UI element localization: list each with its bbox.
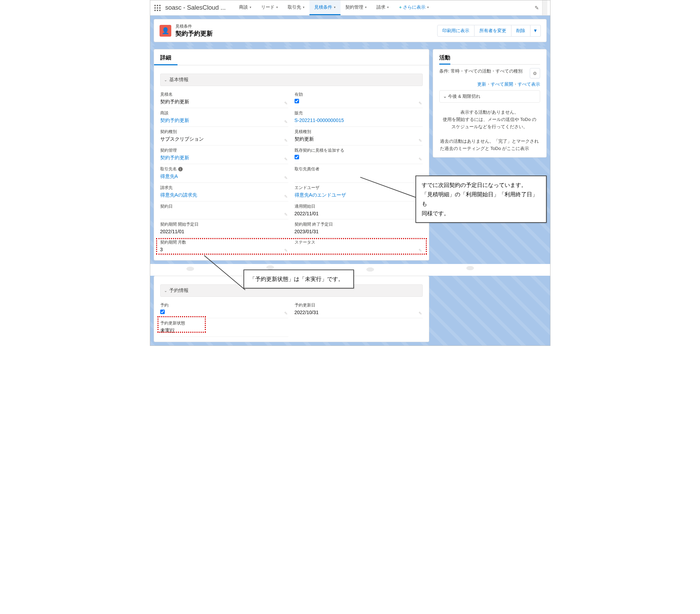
nav-more[interactable]: ✦さらに表示▾ bbox=[394, 0, 434, 15]
field-period-start: 契約期間 開始予定日 2022/11/01 bbox=[160, 219, 288, 237]
change-owner-button[interactable]: 所有者を変更 bbox=[474, 25, 511, 37]
chevron-down-icon: ⌄ bbox=[443, 94, 447, 99]
field-account: 取引先名i 得意先A ✎ bbox=[160, 164, 288, 183]
info-icon[interactable]: i bbox=[178, 167, 183, 171]
account-link[interactable]: 得意先A bbox=[160, 173, 288, 180]
edit-icon[interactable]: ✎ bbox=[419, 311, 422, 316]
edit-icon[interactable]: ✎ bbox=[419, 101, 422, 106]
edit-icon[interactable]: ✎ bbox=[284, 101, 288, 106]
expand-all-link[interactable]: すべて展開 bbox=[491, 82, 513, 87]
contract-mgmt-link[interactable]: 契約予約更新 bbox=[160, 155, 288, 161]
annotation-dates: すでに次回契約の予定日になっています。 「見積明細」の「利用開始日」「利用終了日… bbox=[415, 176, 547, 223]
annotation-reserve-state: 「予約更新状態」は「未実行」です。 bbox=[243, 270, 354, 289]
edit-icon[interactable]: ✎ bbox=[284, 194, 288, 199]
edit-icon[interactable]: ✎ bbox=[284, 212, 288, 217]
edit-icon[interactable]: ✎ bbox=[284, 157, 288, 162]
field-end-user: エンドユーザ 得意先Aのエンドユーザ ✎ bbox=[295, 183, 423, 201]
global-nav: soasc - SalesCloud ... 商談▾ リード▾ 取引先▾ 見積条… bbox=[150, 0, 550, 16]
field-period-end: 契約期間 終了予定日 2023/01/31 bbox=[295, 219, 423, 237]
delete-button[interactable]: 削除 bbox=[511, 25, 530, 37]
field-responsible: 取引先責任者 ✎ bbox=[295, 164, 423, 183]
field-empty bbox=[295, 318, 423, 337]
edit-icon[interactable]: ✎ bbox=[284, 311, 288, 316]
chevron-down-icon: ▾ bbox=[250, 6, 251, 9]
app-name: soasc - SalesCloud ... bbox=[165, 4, 226, 11]
activity-tab[interactable]: 活動 bbox=[439, 54, 450, 65]
app-launcher-icon[interactable] bbox=[153, 3, 162, 12]
activity-links: 更新・すべて展開・すべて表示 bbox=[439, 81, 540, 87]
chevron-down-icon: ▾ bbox=[276, 6, 278, 9]
chevron-down-icon: ▾ bbox=[303, 6, 305, 9]
edit-icon[interactable]: ✎ bbox=[419, 248, 422, 253]
reserved-checkbox bbox=[160, 310, 165, 314]
field-enabled: 有効 ✎ bbox=[295, 89, 423, 108]
record-header: 👤 見積条件 契約予約更新 印刷用に表示 所有者を変更 削除 ▼ bbox=[154, 19, 547, 42]
field-status: ステータス ✎ bbox=[295, 237, 423, 255]
edit-icon[interactable]: ✎ bbox=[284, 138, 288, 143]
field-reserved: 予約 ✎ bbox=[160, 300, 288, 318]
field-contract-kind: 契約種別 サブスクリプション ✎ bbox=[160, 127, 288, 145]
field-reserve-state: 予約更新状態 未実行 bbox=[160, 318, 288, 337]
edit-icon[interactable]: ✎ bbox=[284, 176, 288, 180]
enabled-checkbox bbox=[295, 99, 299, 103]
chevron-down-icon: ▾ bbox=[365, 6, 367, 9]
record-icon: 👤 bbox=[160, 25, 171, 37]
header-actions: 印刷用に表示 所有者を変更 削除 ▼ bbox=[437, 25, 541, 37]
upcoming-section[interactable]: ⌄ 今後 & 期限切れ bbox=[439, 90, 540, 103]
nav-tab-opportunity[interactable]: 商談▾ bbox=[234, 0, 256, 15]
nav-tab-contract[interactable]: 契約管理▾ bbox=[341, 0, 372, 15]
opportunity-link[interactable]: 契約予約更新 bbox=[160, 117, 288, 124]
chevron-down-icon: ⌄ bbox=[164, 289, 167, 293]
add-existing-checkbox bbox=[295, 155, 299, 159]
field-contract-date: 契約日 ✎ bbox=[160, 201, 288, 219]
edit-icon[interactable]: ✎ bbox=[419, 138, 422, 143]
chevron-down-icon: ⌄ bbox=[164, 78, 167, 82]
edit-icon[interactable]: ✎ bbox=[284, 120, 288, 124]
chevron-down-icon: ▾ bbox=[387, 6, 389, 9]
edit-icon[interactable]: ✎ bbox=[284, 248, 288, 253]
nav-tab-billing[interactable]: 請求▾ bbox=[372, 0, 394, 15]
sale-link[interactable]: S-202211-0000000015 bbox=[295, 117, 423, 123]
nav-tab-lead[interactable]: リード▾ bbox=[256, 0, 283, 15]
field-sale: 販売 S-202211-0000000015 bbox=[295, 108, 423, 127]
field-contract-mgmt: 契約管理 契約予約更新 ✎ bbox=[160, 145, 288, 164]
field-reserve-date: 予約更新日 2022/10/31 ✎ bbox=[295, 300, 423, 318]
section-basic[interactable]: ⌄基本情報 bbox=[160, 74, 423, 86]
chevron-down-icon: ▾ bbox=[334, 6, 336, 9]
print-button[interactable]: 印刷用に表示 bbox=[437, 25, 474, 37]
record-title: 契約予約更新 bbox=[175, 29, 213, 38]
chevron-down-icon: ▾ bbox=[427, 6, 429, 9]
more-actions-button[interactable]: ▼ bbox=[530, 25, 541, 37]
field-period-months: 契約期間 月数 3 ✎ bbox=[160, 237, 288, 255]
refresh-link[interactable]: 更新 bbox=[477, 82, 486, 87]
edit-nav-icon[interactable]: ✎ bbox=[532, 5, 542, 11]
no-activity-message: 表示する活動がありません。 使用を開始するには、メールの送信や ToDo のスケ… bbox=[439, 105, 540, 136]
show-all-link[interactable]: すべて表示 bbox=[518, 82, 540, 87]
field-add-existing: 既存契約に見積を追加する ✎ bbox=[295, 145, 423, 164]
activity-filter-text: 条件: 常時・すべての活動・すべての種別 bbox=[439, 68, 527, 74]
field-quote-kind: 見積種別 契約更新 ✎ bbox=[295, 127, 423, 145]
field-opportunity: 商談 契約予約更新 ✎ bbox=[160, 108, 288, 127]
nav-tab-quote-condition[interactable]: 見積条件▾ bbox=[309, 0, 341, 15]
nav-tab-account[interactable]: 取引先▾ bbox=[283, 0, 309, 15]
object-label: 見積条件 bbox=[175, 23, 213, 29]
scrollbar[interactable] bbox=[542, 0, 547, 15]
detail-tab[interactable]: 詳細 bbox=[154, 49, 178, 65]
field-billing: 請求先 得意先Aの請求先 ✎ bbox=[160, 183, 288, 201]
field-quote-name: 見積名 契約予約更新 ✎ bbox=[160, 89, 288, 108]
billing-link[interactable]: 得意先Aの請求先 bbox=[160, 192, 288, 198]
past-activity-message: 過去の活動はありません。「完了」とマークされた過去のミーティングと ToDo が… bbox=[439, 136, 540, 152]
gear-icon[interactable]: ⚙ bbox=[530, 68, 540, 78]
edit-icon[interactable]: ✎ bbox=[419, 157, 422, 162]
field-apply-start: 適用開始日 2022/11/01 ✎ bbox=[295, 201, 423, 219]
